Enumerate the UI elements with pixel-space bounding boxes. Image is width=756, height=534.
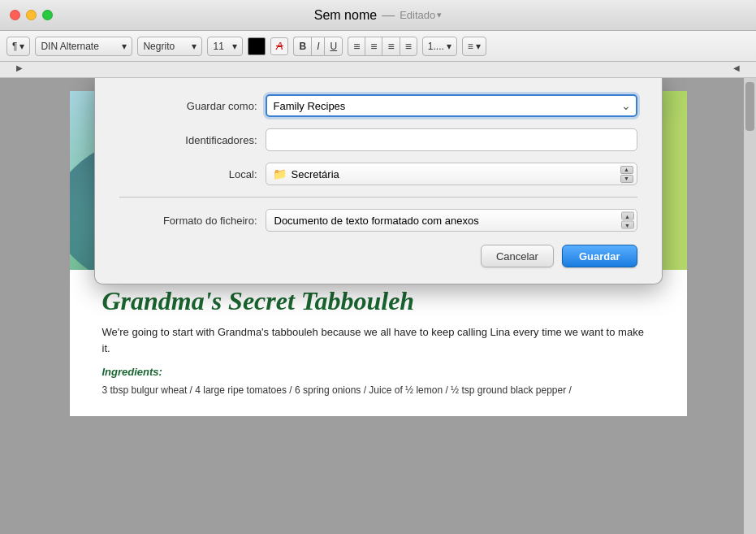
tags-input[interactable] — [266, 128, 637, 151]
paragraph-icon: ¶ — [12, 41, 17, 52]
list-bullet-button[interactable]: ≡ ▾ — [462, 37, 486, 56]
window-title: Sem nome — [314, 8, 377, 23]
location-value: Secretária — [292, 168, 339, 180]
folder-icon: 📁 — [273, 167, 287, 180]
location-stepper-down[interactable]: ▼ — [620, 175, 633, 183]
bold-button[interactable]: B — [293, 37, 311, 56]
location-row: Local: 📁 Secretária ▲ ▼ — [119, 163, 637, 185]
location-display[interactable]: 📁 Secretária ▲ ▼ — [266, 163, 637, 185]
location-label: Local: — [119, 168, 266, 180]
content-area[interactable]: Grandma's Secret Tabbouleh We're going t… — [0, 78, 756, 534]
chevron-down-icon: ▾ — [19, 41, 24, 52]
save-as-input[interactable] — [266, 94, 637, 117]
ruler: ▶ ◀ — [0, 62, 756, 78]
paragraph-button[interactable]: ¶ ▾ — [6, 37, 30, 56]
font-style-picker[interactable]: Negrito ▾ — [137, 37, 202, 56]
format-display[interactable]: Documento de texto formatado com anexos — [266, 209, 637, 232]
bold-icon: B — [299, 41, 306, 52]
align-center-button[interactable]: ≡ — [365, 37, 382, 56]
recipe-text-area: Grandma's Secret Tabbouleh We're going t… — [70, 270, 687, 415]
format-value: Documento de texto formatado com anexos — [274, 215, 479, 227]
format-select-wrapper: Documento de texto formatado com anexos … — [266, 209, 637, 232]
vertical-scrollbar[interactable] — [744, 78, 756, 534]
toolbar: ¶ ▾ DIN Alternate ▾ Negrito ▾ 11 ▾ A B I — [0, 31, 756, 62]
title-bar: Sem nome — Editado ▾ — [0, 0, 756, 31]
traffic-lights — [10, 10, 53, 20]
dialog-separator — [119, 197, 637, 198]
list-icon: ≡ — [468, 41, 473, 52]
font-name-picker[interactable]: DIN Alternate ▾ — [35, 37, 132, 56]
dialog-buttons: Cancelar Guardar — [119, 245, 637, 267]
strikethrough-button[interactable]: A — [270, 37, 288, 55]
window-status: Editado — [400, 9, 435, 21]
tags-label: Identificadores: — [119, 134, 266, 146]
scrollbar-thumb[interactable] — [745, 82, 754, 131]
format-buttons: B I U — [293, 37, 343, 56]
title-chevron-icon[interactable]: ▾ — [437, 10, 442, 20]
font-style-chevron-icon: ▾ — [192, 41, 197, 52]
location-stepper: ▲ ▼ — [620, 166, 633, 183]
minimize-button[interactable] — [26, 10, 37, 20]
format-stepper: ▲ ▼ — [621, 212, 634, 229]
recipe-description: We're going to start with Grandma's tabb… — [102, 324, 654, 356]
ruler-left-marker: ▶ — [16, 63, 23, 72]
align-justify-button[interactable]: ≡ — [400, 37, 417, 56]
italic-button[interactable]: I — [311, 37, 324, 56]
align-right-button[interactable]: ≡ — [382, 37, 399, 56]
save-as-label: Guardar como: — [119, 100, 266, 112]
format-stepper-down[interactable]: ▼ — [621, 221, 634, 229]
font-size-picker[interactable]: 11 ▾ — [207, 37, 243, 56]
text-color-swatch[interactable] — [248, 37, 266, 55]
underline-icon: U — [330, 41, 337, 52]
font-size-label: 11 — [213, 41, 223, 52]
location-stepper-up[interactable]: ▲ — [620, 166, 633, 174]
save-as-row: Guardar como: ⌄ — [119, 94, 637, 117]
tags-row: Identificadores: — [119, 128, 637, 151]
list-chevron-icon: ▾ — [447, 41, 451, 52]
format-row: Formato do ficheiro: Documento de texto … — [119, 209, 637, 232]
title-separator: — — [382, 8, 395, 23]
font-name-chevron-icon: ▾ — [122, 41, 127, 52]
maximize-button[interactable] — [42, 10, 53, 20]
underline-button[interactable]: U — [324, 37, 343, 56]
save-as-input-wrapper: ⌄ — [266, 94, 637, 117]
ruler-right-marker: ◀ — [733, 63, 740, 72]
recipe-title: Grandma's Secret Tabbouleh — [102, 286, 654, 316]
recipe-ingredients-label: Ingredients: — [102, 366, 654, 378]
format-label: Formato do ficheiro: — [119, 215, 266, 227]
font-size-chevron-icon: ▾ — [232, 41, 237, 52]
font-name-label: DIN Alternate — [41, 41, 98, 52]
list-number-label: 1.... — [428, 41, 444, 52]
close-button[interactable] — [10, 10, 20, 20]
save-button[interactable]: Guardar — [562, 245, 637, 267]
list-bullet-chevron-icon: ▾ — [476, 41, 481, 52]
save-dialog: Guardar como: ⌄ Identificadores: Local: … — [94, 78, 663, 284]
format-stepper-up[interactable]: ▲ — [621, 212, 634, 220]
cancel-button[interactable]: Cancelar — [481, 245, 554, 267]
align-buttons: ≡ ≡ ≡ ≡ — [348, 37, 417, 56]
list-number-button[interactable]: 1.... ▾ — [422, 37, 457, 56]
align-left-button[interactable]: ≡ — [348, 37, 365, 56]
font-style-label: Negrito — [143, 41, 175, 52]
italic-icon: I — [317, 41, 319, 52]
mac-window: Sem nome — Editado ▾ ¶ ▾ DIN Alternate ▾… — [0, 0, 756, 534]
recipe-ingredients: 3 tbsp bulgur wheat / 4 large ripe tomat… — [102, 383, 654, 398]
